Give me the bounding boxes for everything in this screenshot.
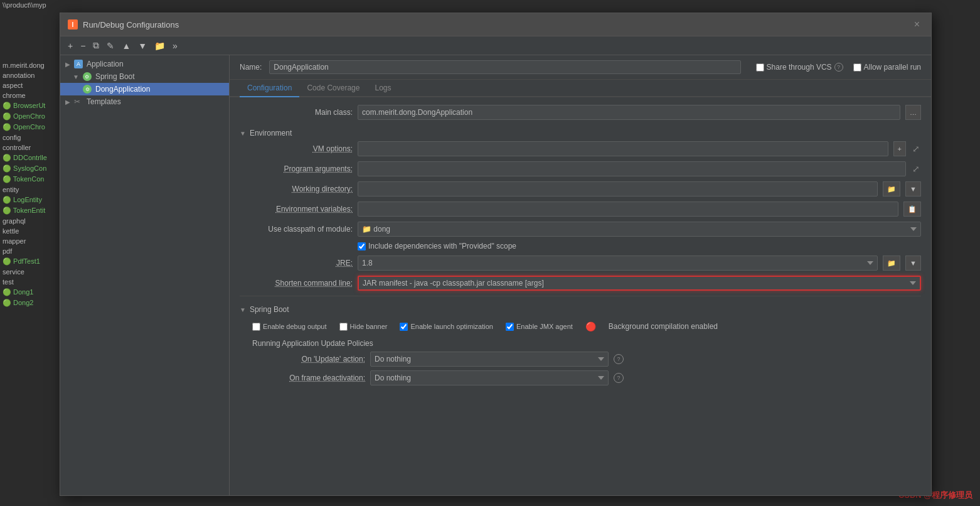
shorten-cmd-label: Shorten command line: xyxy=(240,279,353,288)
sb-controller: controller xyxy=(0,143,68,153)
shorten-cmd-select[interactable]: JAR manifest - java -cp classpath.jar cl… xyxy=(358,276,921,291)
expand-arrow-sb: ▼ xyxy=(73,73,79,80)
program-args-expand-button[interactable]: ⤢ xyxy=(911,164,921,174)
main-class-browse-button[interactable]: … xyxy=(905,105,921,120)
working-dir-input[interactable] xyxy=(358,181,878,196)
jre-browse-button[interactable]: 📁 xyxy=(883,256,900,271)
sb-logentity: 🟢 LogEntity xyxy=(0,195,68,205)
env-vars-label: Environment variables: xyxy=(240,205,353,213)
app-icon: A xyxy=(74,60,83,68)
close-button[interactable]: × xyxy=(910,18,924,31)
move-down-button[interactable]: ▼ xyxy=(136,40,149,52)
sb-config: config xyxy=(0,132,68,143)
sb-kettle: kettle xyxy=(0,226,68,236)
tabs-row: Configuration Code Coverage Logs xyxy=(230,80,931,97)
jre-select[interactable]: 1.8 xyxy=(358,256,878,271)
tab-configuration[interactable]: Configuration xyxy=(240,80,299,97)
program-args-label: Program arguments: xyxy=(240,164,353,173)
config-panel: Name: Share through VCS ? Allow parallel… xyxy=(230,55,931,495)
jre-dropdown-button[interactable]: ▼ xyxy=(905,256,921,271)
working-dir-dropdown-button[interactable]: ▼ xyxy=(905,181,921,196)
sidebar-background: \\product\\myp m.meirit.dong annotation … xyxy=(0,0,68,506)
tab-code-coverage[interactable]: Code Coverage xyxy=(299,80,367,97)
include-deps-option[interactable]: Include dependencies with "Provided" sco… xyxy=(358,242,516,250)
on-deactivate-select[interactable]: Do nothing xyxy=(370,370,609,385)
on-update-label: On 'Update' action: xyxy=(252,355,365,363)
share-vcs-help-icon[interactable]: ? xyxy=(834,63,843,72)
env-vars-input[interactable] xyxy=(358,202,898,217)
toolbar-row: + − ⧉ ✎ ▲ ▼ 📁 » xyxy=(60,36,931,55)
main-content: ▶ A Application ▼ ⚙ Spring Boot ⚙ DongAp… xyxy=(60,55,931,495)
copy-config-button[interactable]: ⧉ xyxy=(90,39,102,52)
config-header: Name: Share through VCS ? Allow parallel… xyxy=(230,55,931,80)
program-args-input[interactable] xyxy=(358,161,906,176)
dong-app-icon: ⚙ xyxy=(83,85,92,94)
enable-jmx-option[interactable]: Enable JMX agent xyxy=(506,323,573,331)
tab-logs[interactable]: Logs xyxy=(367,80,398,97)
classpath-label: Use classpath of module: xyxy=(240,225,353,234)
hide-banner-option[interactable]: Hide banner xyxy=(339,323,388,331)
move-up-button[interactable]: ▲ xyxy=(119,40,133,52)
working-dir-label: Working directory: xyxy=(240,185,353,193)
vm-expand-button[interactable]: + xyxy=(893,141,906,156)
share-vcs-option[interactable]: Share through VCS ? xyxy=(756,63,843,72)
share-vcs-label: Share through VCS xyxy=(767,63,832,72)
vm-options-input[interactable] xyxy=(358,141,888,156)
sb-tokenentit: 🟢 TokenEntit xyxy=(0,205,68,216)
sb-dong2: 🟢 Dong2 xyxy=(0,298,68,308)
environment-label: Environment xyxy=(250,129,292,137)
main-class-input[interactable] xyxy=(358,105,900,120)
include-deps-label: Include dependencies with "Provided" sco… xyxy=(368,242,516,250)
main-class-label: Main class: xyxy=(240,108,353,117)
sb-graphql: graphql xyxy=(0,216,68,226)
tree-item-application[interactable]: ▶ A Application xyxy=(60,58,229,70)
on-update-help-icon[interactable]: ? xyxy=(614,354,624,364)
environment-header[interactable]: ▼ Environment xyxy=(240,125,921,141)
include-deps-checkbox[interactable] xyxy=(358,242,366,250)
add-config-button[interactable]: + xyxy=(65,40,75,52)
on-deactivate-help-icon[interactable]: ? xyxy=(614,373,624,383)
enable-debug-label: Enable debug output xyxy=(263,323,327,330)
tree-item-templates[interactable]: ▶ ✂ Templates xyxy=(60,95,229,108)
jre-row: JRE: 1.8 📁 ▼ xyxy=(240,256,921,271)
classpath-row: Use classpath of module: 📁 dong xyxy=(240,222,921,237)
enable-jmx-label: Enable JMX agent xyxy=(516,323,573,330)
hide-banner-checkbox[interactable] xyxy=(339,323,348,331)
enable-debug-checkbox[interactable] xyxy=(252,323,260,331)
allow-parallel-checkbox[interactable] xyxy=(853,63,861,72)
springboot-header[interactable]: ▼ Spring Boot xyxy=(240,301,921,318)
warning-icon: 🔴 xyxy=(585,321,596,331)
allow-parallel-option[interactable]: Allow parallel run xyxy=(853,63,921,72)
on-update-select[interactable]: Do nothing xyxy=(370,352,609,367)
sb-tokencon: 🟢 TokenCon xyxy=(0,174,68,185)
on-deactivate-label: On frame deactivation: xyxy=(252,374,365,382)
remove-config-button[interactable]: − xyxy=(78,40,88,52)
env-vars-browse-button[interactable]: 📋 xyxy=(903,202,921,217)
springboot-section: ▼ Spring Boot Enable debug output Hide b… xyxy=(240,296,921,385)
vm-options-label: VM options: xyxy=(240,144,353,153)
enable-debug-option[interactable]: Enable debug output xyxy=(252,323,327,331)
vm-expand-icon-button[interactable]: ⤢ xyxy=(911,144,921,154)
springboot-section-label: Spring Boot xyxy=(250,305,289,314)
tree-item-dongapplication[interactable]: ⚙ DongApplication xyxy=(60,83,229,95)
config-body: Main class: … ▼ Environment VM options: … xyxy=(230,97,931,495)
enable-jmx-checkbox[interactable] xyxy=(506,323,514,331)
more-button[interactable]: » xyxy=(170,40,180,52)
vm-options-row: VM options: + ⤢ xyxy=(240,141,921,156)
sb-chrome: chrome xyxy=(0,90,68,100)
tree-panel: ▶ A Application ▼ ⚙ Spring Boot ⚙ DongAp… xyxy=(60,55,230,495)
enable-launch-checkbox[interactable] xyxy=(400,323,408,331)
share-vcs-checkbox[interactable] xyxy=(756,63,764,72)
tree-item-springboot[interactable]: ▼ ⚙ Spring Boot xyxy=(60,70,229,83)
classpath-select[interactable]: 📁 dong xyxy=(358,222,921,237)
name-label: Name: xyxy=(240,63,262,72)
enable-launch-option[interactable]: Enable launch optimization xyxy=(400,323,493,331)
name-input[interactable] xyxy=(269,60,740,74)
edit-config-button[interactable]: ✎ xyxy=(104,40,117,52)
sb-package: m.meirit.dong xyxy=(0,60,68,70)
sb-syslog: 🟢 SyslogCon xyxy=(0,163,68,174)
top-options: Share through VCS ? Allow parallel run xyxy=(756,63,921,72)
open-folder-button[interactable]: 📁 xyxy=(152,40,168,52)
working-dir-browse-button[interactable]: 📁 xyxy=(883,181,900,196)
templates-icon: ✂ xyxy=(74,97,83,106)
